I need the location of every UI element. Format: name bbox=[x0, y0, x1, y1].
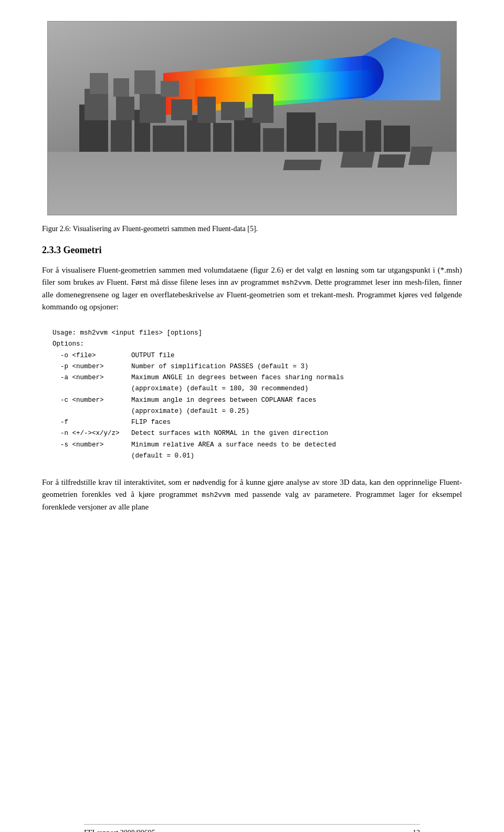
ground-object-3 bbox=[408, 147, 433, 165]
paragraph-2: For å tilfredstille krav til interaktivi… bbox=[42, 476, 462, 513]
code-inline-msh2vvm-2: msh2vvm bbox=[202, 491, 230, 499]
building-10 bbox=[318, 123, 337, 152]
building-9 bbox=[287, 112, 316, 152]
figure-caption: Figur 2.6: Visualisering av Fluent-geome… bbox=[42, 225, 462, 233]
footer-page-number: 13 bbox=[413, 829, 420, 832]
ground-object-2 bbox=[377, 154, 406, 168]
building-11 bbox=[339, 131, 363, 152]
building-16 bbox=[140, 94, 166, 123]
footer: FFI-rapport 2008/00695 13 bbox=[84, 824, 420, 832]
building-19 bbox=[221, 102, 245, 120]
figure-container bbox=[42, 21, 462, 215]
building-13 bbox=[384, 126, 410, 152]
building-21 bbox=[90, 73, 108, 94]
section-title: Geometri bbox=[64, 245, 102, 255]
building-8 bbox=[263, 128, 284, 152]
building-15 bbox=[116, 97, 134, 120]
building-17 bbox=[171, 99, 192, 120]
page: Figur 2.6: Visualisering av Fluent-geome… bbox=[42, 21, 462, 832]
footer-left: FFI-rapport 2008/00695 bbox=[84, 829, 155, 832]
section-number: 2.3.3 bbox=[42, 245, 61, 255]
building-12 bbox=[365, 120, 381, 152]
section-heading: 2.3.3 Geometri bbox=[42, 245, 462, 256]
figure-image bbox=[47, 21, 457, 215]
building-6 bbox=[213, 123, 232, 152]
building-22 bbox=[113, 78, 129, 97]
building-2 bbox=[111, 120, 132, 152]
building-24 bbox=[161, 81, 179, 97]
building-18 bbox=[197, 97, 216, 123]
code-block-usage: Usage: msh2vvm <input files> [options] O… bbox=[42, 323, 462, 467]
building-4 bbox=[153, 126, 184, 152]
ground-object-1 bbox=[340, 152, 374, 168]
ground-object-4 bbox=[283, 160, 322, 170]
code-inline-msh2vvm-1: msh2vvm bbox=[281, 279, 310, 287]
building-20 bbox=[253, 94, 274, 123]
paragraph-1: For å visualisere Fluent-geometrien samm… bbox=[42, 264, 462, 313]
building-23 bbox=[134, 70, 155, 94]
